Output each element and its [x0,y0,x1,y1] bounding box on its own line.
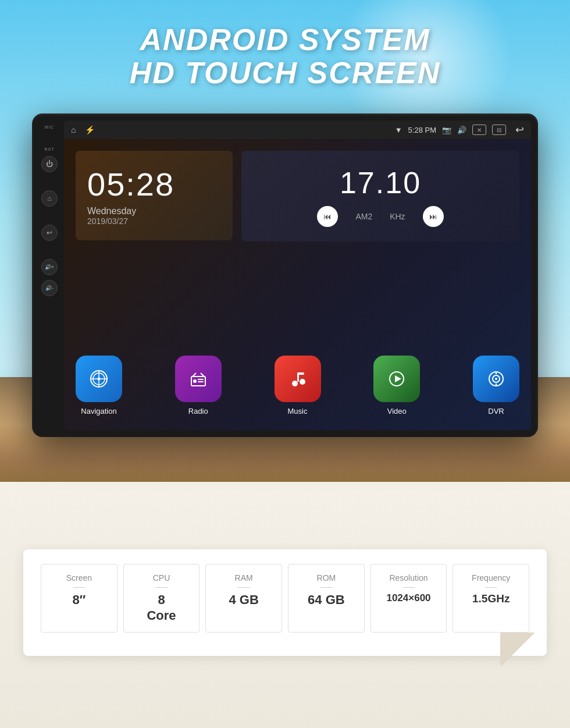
spec-screen-label: Screen [66,573,92,583]
page-background: ANDROID SYSTEM HD TOUCH SCREEN MIC RST ⏻… [0,0,570,728]
clock-widget: 05:28 Wednesday 2019/03/27 [76,151,233,240]
page-title: ANDROID SYSTEM HD TOUCH SCREEN [0,23,570,90]
radio-prev-button[interactable]: ⏮ [317,206,338,227]
spec-rom-divider [320,587,332,588]
close-status-icon: ✕ [472,125,486,135]
app-grid: Navigation [76,356,519,416]
power-button[interactable]: ⏻ [41,156,58,172]
specs-paper: Screen 8″ CPU 8 Core RAM 4 GB ROM [23,549,547,656]
rst-label: RST [45,147,55,151]
dvr-icon [473,356,519,402]
svg-rect-14 [297,372,304,375]
svg-marker-16 [395,375,401,382]
radio-unit: KHz [390,212,405,221]
specs-section: Screen 8″ CPU 8 Core RAM 4 GB ROM [0,477,570,728]
back-side-button[interactable]: ↩ [41,225,58,241]
spec-frequency: Frequency 1.5GHz [453,564,529,633]
music-icon [275,356,321,402]
spec-ram-label: RAM [235,573,253,583]
android-screen: ⌂ ⚡ ▼ 5:28 PM 📷 🔊 ✕ ⊟ ↩ [64,120,531,430]
status-time: 5:28 PM [408,126,436,134]
spec-cpu-value: 8 Core [147,592,176,623]
app-music[interactable]: Music [275,356,321,416]
vol-down-icon: 🔊- [45,285,54,291]
side-controls: MIC RST ⏻ ⌂ ↩ 🔊+ 🔊- [38,125,61,296]
window-status-icon: ⊟ [492,125,506,135]
home-side-button[interactable]: ⌂ [41,190,58,207]
title-line2: HD TOUCH SCREEN [0,56,570,90]
radio-controls: ⏮ AM2 KHz ⏭ [317,206,443,227]
spec-resolution-label: Resolution [389,573,428,583]
device-outer: MIC RST ⏻ ⌂ ↩ 🔊+ 🔊- [32,113,538,437]
spec-resolution-value: 1024×600 [386,592,430,604]
navigation-label: Navigation [81,407,116,416]
radio-band: AM2 [355,212,372,221]
back-status-icon[interactable]: ↩ [515,123,524,136]
home-icon[interactable]: ⌂ [71,125,76,134]
spec-frequency-divider [485,587,497,588]
radio-next-icon: ⏭ [429,212,437,221]
back-side-icon: ↩ [47,229,52,237]
spec-frequency-value: 1.5GHz [472,592,510,606]
dvr-label: DVR [488,407,504,416]
svg-point-6 [193,379,197,383]
camera-status-icon: 📷 [442,126,451,134]
radio-prev-icon: ⏮ [323,212,332,221]
radio-next-button[interactable]: ⏭ [423,206,444,227]
svg-point-19 [495,378,497,380]
spec-screen: Screen 8″ [41,564,117,633]
home-side-icon: ⌂ [47,194,51,203]
clock-day: Wednesday [87,206,221,216]
clock-date: 2019/03/27 [87,216,221,226]
app-dvr[interactable]: DVR [473,356,519,416]
spec-rom-value: 64 GB [308,592,345,608]
title-line1: ANDROID SYSTEM [0,23,570,56]
power-icon: ⏻ [46,160,53,168]
spec-resolution-divider [403,587,415,588]
title-section: ANDROID SYSTEM HD TOUCH SCREEN [0,0,570,90]
spec-cpu-divider [156,587,168,588]
svg-point-12 [300,379,305,385]
spec-resolution: Resolution 1024×600 [370,564,447,633]
wifi-icon: ▼ [395,126,402,134]
navigation-icon [76,356,122,402]
clock-time: 05:28 [87,165,221,203]
spec-ram-divider [238,587,250,588]
svg-rect-7 [198,379,204,380]
volume-status-icon: 🔊 [457,126,466,134]
spec-ram: RAM 4 GB [205,564,282,633]
vol-up-icon: 🔊+ [45,264,54,270]
spec-frequency-label: Frequency [472,573,510,583]
status-bar-right: ▼ 5:28 PM 📷 🔊 ✕ ⊟ ↩ [395,123,524,136]
svg-point-4 [98,378,101,381]
svg-rect-8 [198,381,204,382]
status-bar: ⌂ ⚡ ▼ 5:28 PM 📷 🔊 ✕ ⊟ ↩ [64,120,531,139]
video-icon [373,356,420,402]
radio-icon [175,356,222,402]
spec-cpu: CPU 8 Core [123,564,200,633]
usb-icon: ⚡ [85,125,95,134]
radio-widget: 17.10 ⏮ AM2 KHz ⏭ [241,151,519,242]
spec-rom-label: ROM [317,573,336,583]
radio-frequency: 17.10 [340,165,421,200]
video-label: Video [387,407,407,416]
screen-content: 05:28 Wednesday 2019/03/27 17.10 ⏮ AM2 K… [64,139,531,430]
music-label: Music [288,407,308,416]
spec-screen-divider [73,587,85,588]
device-wrapper: MIC RST ⏻ ⌂ ↩ 🔊+ 🔊- [32,113,538,437]
mic-label: MIC [45,125,54,129]
spec-ram-value: 4 GB [229,592,259,608]
radio-app-label: Radio [188,407,208,416]
app-navigation[interactable]: Navigation [76,356,122,416]
vol-up-button[interactable]: 🔊+ [41,259,58,275]
spec-cpu-label: CPU [153,573,170,583]
svg-point-11 [292,381,298,386]
specs-table: Screen 8″ CPU 8 Core RAM 4 GB ROM [41,564,529,633]
status-bar-left: ⌂ ⚡ [71,125,95,134]
spec-rom: ROM 64 GB [288,564,365,633]
app-radio[interactable]: Radio [175,356,222,416]
vol-down-button[interactable]: 🔊- [41,280,58,296]
spec-screen-value: 8″ [72,592,86,608]
app-video[interactable]: Video [373,356,420,416]
